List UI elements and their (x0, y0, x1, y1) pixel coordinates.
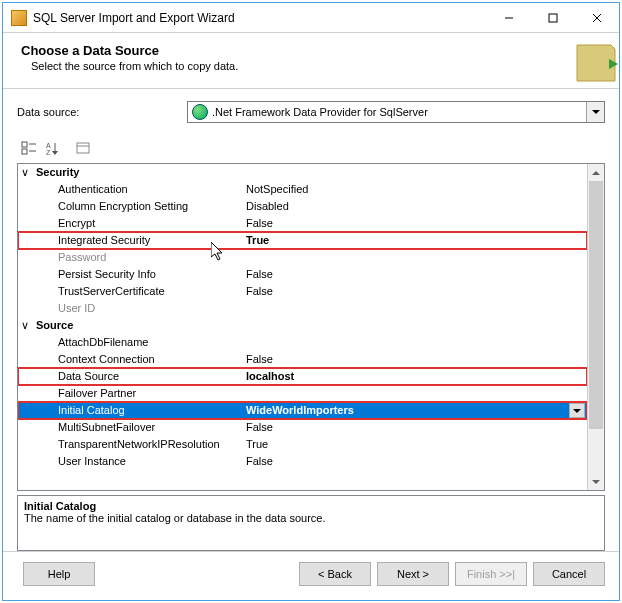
page-subtitle: Select the source from which to copy dat… (31, 60, 601, 72)
window-title: SQL Server Import and Export Wizard (33, 11, 487, 25)
data-source-row: Data source: .Net Framework Data Provide… (17, 101, 605, 123)
prop-attach-db-filename[interactable]: AttachDbFilename (18, 334, 587, 351)
wizard-body: Data source: .Net Framework Data Provide… (3, 89, 619, 551)
property-grid-toolbar: AZ (17, 137, 605, 159)
page-title: Choose a Data Source (21, 43, 601, 58)
category-source[interactable]: ∨ Source (18, 317, 587, 334)
svg-rect-15 (77, 143, 89, 153)
data-source-dropdown[interactable]: .Net Framework Data Provider for SqlServ… (187, 101, 605, 123)
prop-user-instance[interactable]: User InstanceFalse (18, 453, 587, 470)
wizard-window: SQL Server Import and Export Wizard Choo… (2, 2, 620, 601)
wizard-header: Choose a Data Source Select the source f… (3, 33, 619, 89)
prop-authentication[interactable]: AuthenticationNotSpecified (18, 181, 587, 198)
app-icon (11, 10, 27, 26)
next-button[interactable]: Next > (377, 562, 449, 586)
globe-icon (192, 104, 208, 120)
scroll-down-button[interactable] (588, 473, 604, 490)
prop-integrated-security[interactable]: Integrated SecurityTrue (18, 232, 587, 249)
property-pages-button[interactable] (71, 137, 95, 159)
svg-marker-6 (592, 110, 600, 114)
scroll-thumb[interactable] (589, 181, 603, 429)
collapse-icon[interactable]: ∨ (18, 317, 32, 334)
scroll-up-button[interactable] (588, 164, 604, 181)
prop-context-connection[interactable]: Context ConnectionFalse (18, 351, 587, 368)
minimize-button[interactable] (487, 3, 531, 33)
cell-dropdown-button[interactable] (569, 403, 585, 418)
prop-column-encryption[interactable]: Column Encryption SettingDisabled (18, 198, 587, 215)
header-decoration-icon (569, 39, 619, 87)
prop-transparent-network-ip-resolution[interactable]: TransparentNetworkIPResolutionTrue (18, 436, 587, 453)
vertical-scrollbar[interactable] (587, 164, 604, 490)
svg-text:Z: Z (46, 149, 51, 156)
prop-multi-subnet-failover[interactable]: MultiSubnetFailoverFalse (18, 419, 587, 436)
maximize-button[interactable] (531, 3, 575, 33)
property-grid[interactable]: ∨ Security AuthenticationNotSpecified Co… (17, 163, 605, 491)
scroll-track[interactable] (588, 181, 604, 473)
svg-marker-14 (52, 151, 58, 155)
category-security[interactable]: ∨ Security (18, 164, 587, 181)
chevron-down-icon (586, 102, 604, 122)
data-source-value: .Net Framework Data Provider for SqlServ… (212, 106, 586, 118)
collapse-icon[interactable]: ∨ (18, 164, 32, 181)
categorized-button[interactable] (17, 137, 41, 159)
back-button[interactable]: < Back (299, 562, 371, 586)
description-panel: Initial Catalog The name of the initial … (17, 495, 605, 551)
svg-rect-7 (22, 142, 27, 147)
svg-marker-17 (573, 409, 581, 413)
description-title: Initial Catalog (24, 500, 598, 512)
svg-marker-19 (592, 171, 600, 175)
wizard-footer: Help < Back Next > Finish >>| Cancel (3, 551, 619, 600)
help-button[interactable]: Help (23, 562, 95, 586)
prop-trust-server-certificate[interactable]: TrustServerCertificateFalse (18, 283, 587, 300)
description-text: The name of the initial catalog or datab… (24, 512, 598, 524)
cancel-button[interactable]: Cancel (533, 562, 605, 586)
data-source-label: Data source: (17, 106, 187, 118)
prop-failover-partner[interactable]: Failover Partner (18, 385, 587, 402)
close-button[interactable] (575, 3, 619, 33)
prop-encrypt[interactable]: EncryptFalse (18, 215, 587, 232)
svg-marker-20 (592, 480, 600, 484)
svg-rect-8 (22, 149, 27, 154)
svg-text:A: A (46, 142, 51, 149)
finish-button[interactable]: Finish >>| (455, 562, 527, 586)
prop-persist-security-info[interactable]: Persist Security InfoFalse (18, 266, 587, 283)
svg-rect-1 (549, 14, 557, 22)
title-bar: SQL Server Import and Export Wizard (3, 3, 619, 33)
prop-user-id[interactable]: User ID (18, 300, 587, 317)
prop-data-source[interactable]: Data Sourcelocalhost (18, 368, 587, 385)
alphabetical-button[interactable]: AZ (41, 137, 65, 159)
prop-password[interactable]: Password (18, 249, 587, 266)
prop-initial-catalog[interactable]: Initial Catalog WideWorldImporters (18, 402, 587, 419)
